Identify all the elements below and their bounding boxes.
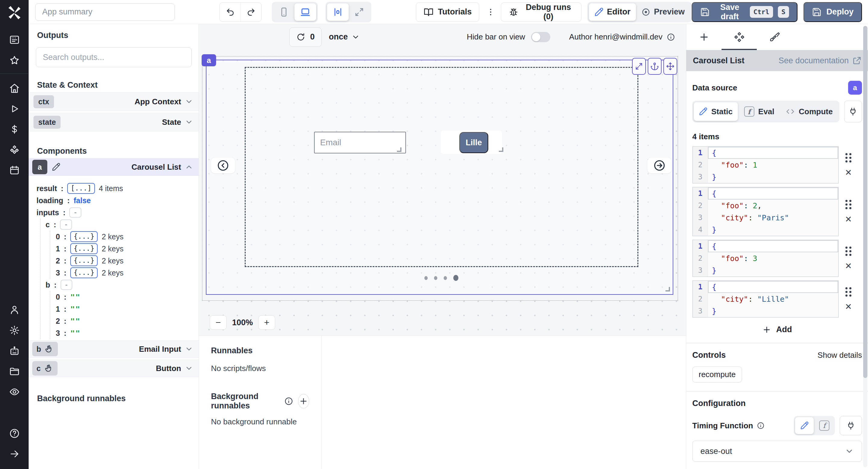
result-array-badge[interactable]: [...] xyxy=(67,183,95,194)
object-badge[interactable]: {...} xyxy=(70,231,98,242)
delete-item-icon[interactable]: ✕ xyxy=(845,215,852,224)
compute-mode-button[interactable]: Compute xyxy=(781,102,838,121)
connect-plug-button[interactable] xyxy=(844,101,862,122)
deploy-button[interactable]: Deploy xyxy=(804,2,862,22)
component-row-b[interactable]: b Email Input xyxy=(29,340,198,358)
carousel-dot-active[interactable] xyxy=(453,275,458,281)
drag-handle-icon[interactable] xyxy=(845,200,852,209)
collapse-button[interactable]: - xyxy=(60,219,72,230)
json-code-editor[interactable]: 1{2 "foo": 33} xyxy=(692,240,839,277)
output-row-state[interactable]: state State xyxy=(29,113,198,131)
redo-button[interactable] xyxy=(241,3,261,22)
delete-item-icon[interactable]: ✕ xyxy=(845,262,852,270)
resize-handle[interactable] xyxy=(499,147,503,152)
chevron-up-icon[interactable] xyxy=(185,163,193,171)
users-icon[interactable] xyxy=(8,304,21,316)
drag-handle-icon[interactable] xyxy=(845,247,852,256)
mobile-view-button[interactable] xyxy=(273,3,294,21)
move-component-button[interactable] xyxy=(663,58,677,75)
connect-plug-button[interactable] xyxy=(840,416,862,435)
add-background-runnable-button[interactable] xyxy=(298,394,309,408)
center-align-button[interactable] xyxy=(327,3,349,21)
component-row-c[interactable]: c Button xyxy=(29,359,198,377)
styling-tab[interactable] xyxy=(757,24,792,50)
help-icon[interactable] xyxy=(8,428,21,439)
collapse-button[interactable]: - xyxy=(69,207,82,218)
info-icon[interactable] xyxy=(667,33,675,41)
schedules-icon[interactable] xyxy=(8,164,21,176)
refresh-counter-button[interactable]: 0 xyxy=(289,27,321,47)
info-icon[interactable] xyxy=(284,397,293,406)
home-icon[interactable] xyxy=(8,82,21,94)
chevron-down-icon[interactable] xyxy=(185,97,193,106)
more-menu-icon[interactable] xyxy=(485,3,497,22)
info-icon[interactable] xyxy=(757,422,765,430)
carousel-dot[interactable] xyxy=(424,276,428,280)
favorites-star-icon[interactable] xyxy=(8,54,21,66)
desktop-view-button[interactable] xyxy=(294,3,316,21)
component-row-a[interactable]: a Carousel List xyxy=(29,158,198,176)
see-documentation-link[interactable]: See documentation xyxy=(778,56,861,65)
editor-tab[interactable]: Editor xyxy=(589,3,636,21)
expand-sidebar-icon[interactable] xyxy=(8,448,21,460)
static-mode-button[interactable]: Static xyxy=(694,102,738,121)
json-code-editor[interactable]: 1{2 "foo": 2,3 "city": "Paris"4} xyxy=(692,187,839,236)
debug-runs-button[interactable]: Debug runs (0) xyxy=(501,2,581,22)
variables-icon[interactable] xyxy=(8,123,21,135)
resize-handle[interactable] xyxy=(665,287,670,291)
save-draft-button[interactable]: Save draft Ctrl S xyxy=(692,2,798,22)
audit-logs-eye-icon[interactable] xyxy=(8,386,21,398)
resources-icon[interactable] xyxy=(8,144,21,156)
run-mode-dropdown[interactable]: once xyxy=(329,32,360,41)
app-summary-input[interactable] xyxy=(35,3,175,21)
apps-icon[interactable] xyxy=(8,34,21,46)
zoom-out-button[interactable]: − xyxy=(210,315,227,330)
component-settings-tab[interactable] xyxy=(721,24,757,50)
hide-bar-toggle[interactable] xyxy=(531,32,550,42)
collapse-button[interactable]: - xyxy=(61,280,73,290)
search-outputs-input[interactable] xyxy=(36,47,192,67)
timing-function-select[interactable]: ease-out xyxy=(692,441,862,462)
recompute-pill[interactable]: recompute xyxy=(692,367,742,382)
object-badge[interactable]: {...} xyxy=(70,255,98,266)
add-item-button[interactable]: Add xyxy=(692,325,862,334)
json-code-editor[interactable]: 1{2 "city": "Lille"3} xyxy=(692,280,839,318)
json-code-editor[interactable]: 1{2 "foo": 13} xyxy=(692,146,839,184)
show-details-link[interactable]: Show details xyxy=(818,350,862,360)
insert-component-tab[interactable] xyxy=(686,24,721,50)
folders-icon[interactable] xyxy=(8,365,21,377)
object-badge[interactable]: {...} xyxy=(70,268,98,278)
windmill-logo-icon[interactable] xyxy=(7,5,22,21)
carousel-prev-button[interactable] xyxy=(211,158,235,173)
anchor-component-button[interactable] xyxy=(648,58,661,75)
zoom-in-button[interactable]: + xyxy=(258,315,275,330)
rename-pencil-icon[interactable] xyxy=(49,160,64,174)
scrollbar-track[interactable] xyxy=(863,26,867,467)
scrollbar-thumb[interactable] xyxy=(863,26,867,378)
expand-component-button[interactable] xyxy=(632,58,646,75)
delete-item-icon[interactable]: ✕ xyxy=(845,303,852,311)
settings-gear-icon[interactable] xyxy=(8,324,21,336)
chevron-down-icon[interactable] xyxy=(185,364,193,373)
lille-button-component[interactable]: Lille xyxy=(459,132,488,153)
object-badge[interactable]: {...} xyxy=(70,243,98,254)
preview-tab[interactable]: Preview xyxy=(636,3,690,21)
carousel-dot[interactable] xyxy=(444,276,447,280)
chevron-down-icon[interactable] xyxy=(185,345,193,353)
runs-icon[interactable] xyxy=(8,103,21,115)
delete-item-icon[interactable]: ✕ xyxy=(845,168,852,177)
tutorials-button[interactable]: Tutorials xyxy=(416,2,479,22)
chevron-down-icon[interactable] xyxy=(185,118,193,126)
email-input-component[interactable]: Email xyxy=(314,132,406,153)
eval-mode-button[interactable]: f Eval xyxy=(739,102,780,121)
resize-handle[interactable] xyxy=(397,147,401,152)
eval-function-button[interactable]: f xyxy=(815,417,834,434)
drag-handle-icon[interactable] xyxy=(845,153,852,162)
canvas-component-badge[interactable]: a xyxy=(202,54,216,66)
fullscreen-button[interactable] xyxy=(349,3,370,21)
carousel-dot[interactable] xyxy=(434,276,437,280)
carousel-next-button[interactable] xyxy=(647,158,672,173)
static-pencil-button[interactable] xyxy=(795,417,814,434)
undo-button[interactable] xyxy=(220,3,241,22)
workers-icon[interactable] xyxy=(8,345,21,357)
